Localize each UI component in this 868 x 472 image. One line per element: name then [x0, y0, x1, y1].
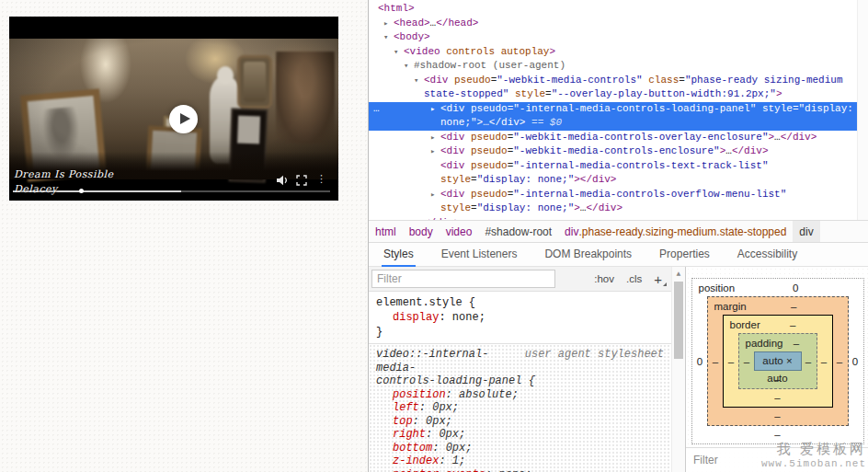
breadcrumb-item[interactable]: html	[369, 221, 403, 242]
breadcrumb-part: #shadow-root	[485, 225, 552, 238]
tab-styles[interactable]: Styles	[383, 243, 414, 267]
code-token: autoplay	[495, 46, 549, 57]
code-token: </div>	[489, 117, 526, 128]
css-property-name: left	[393, 401, 419, 414]
css-property: z-index: 1;	[376, 455, 664, 468]
computed-filter-input[interactable]	[693, 454, 776, 466]
tab-properties[interactable]: Properties	[659, 243, 710, 267]
code-token: <head>	[394, 17, 430, 29]
breadcrumb-item[interactable]: video	[440, 221, 479, 242]
dom-tree-row[interactable]: <html>	[369, 2, 857, 17]
rule-selector-line: video::-internal-media-user agent styles…	[376, 348, 664, 374]
collapse-arrow-icon[interactable]: ▾	[404, 60, 408, 75]
dom-tree-row[interactable]: ▸…<div pseudo="-internal-media-controls-…	[369, 102, 857, 131]
code-token: #shadow-root (user-agent)	[414, 60, 565, 71]
border-right-value: –	[817, 356, 831, 367]
expand-arrow-icon[interactable]: ▸	[383, 17, 388, 32]
breadcrumb-part: body	[409, 225, 433, 238]
fullscreen-button[interactable]	[296, 173, 309, 184]
dom-tree-row[interactable]: ▾<video controls autoplay>	[369, 45, 857, 60]
elements-tree-scrollbar[interactable]	[857, 0, 868, 220]
css-property-name: pointer-events	[393, 468, 485, 472]
expand-arrow-icon[interactable]: ▸	[430, 189, 435, 203]
dom-tree-row[interactable]: ▸<div pseudo="-internal-media-controls-o…	[369, 188, 857, 216]
code-token: "-internal-media-controls-text-track-lis…	[513, 160, 768, 171]
code-token: <body>	[394, 31, 430, 42]
css-property: right: 0px;	[376, 428, 664, 442]
scrollbar-thumb[interactable]	[674, 282, 683, 359]
box-model-position[interactable]: position 0 0 margin –	[691, 278, 864, 444]
dom-tree-row[interactable]: ▾<div pseudo="-webkit-media-controls" cl…	[369, 74, 857, 102]
code-token: controls	[440, 46, 495, 57]
css-property: position: absolute;	[376, 388, 664, 402]
code-token: <div	[440, 160, 464, 171]
code-token: …	[774, 132, 781, 143]
breadcrumb-item[interactable]: #shadow-root	[478, 221, 558, 242]
padding-right-value: –	[802, 356, 816, 367]
scroll-up-icon[interactable]: ▲	[672, 267, 685, 278]
volume-button[interactable]	[276, 173, 289, 184]
code-token: style	[508, 88, 545, 99]
stylesheet-origin: user agent stylesheet	[518, 348, 664, 374]
code-token: =	[471, 174, 477, 185]
styles-filter-input[interactable]	[371, 270, 555, 288]
collapse-arrow-icon[interactable]: ▾	[394, 46, 398, 61]
code-token: "-webkit-media-controls"	[497, 75, 642, 86]
box-model-diagram: position 0 0 margin –	[691, 278, 864, 444]
code-token: >	[776, 88, 782, 99]
position-bottom-value: –	[693, 426, 862, 443]
class-toggle-button[interactable]: .cls	[626, 273, 642, 284]
dom-tree-row[interactable]: ▾#shadow-root (user-agent)	[369, 59, 857, 74]
css-property-name: top	[393, 415, 413, 428]
video-player[interactable]: Dream Is Possible Delacey ⋮	[9, 17, 338, 201]
styles-scrollbar[interactable]: ▲	[671, 267, 685, 472]
expand-arrow-icon[interactable]: ▸	[430, 145, 435, 160]
code-token: "--overlay-play-button-width:91.2px;"	[552, 88, 776, 99]
play-icon	[180, 113, 190, 124]
collapse-arrow-icon[interactable]: ▾	[383, 31, 388, 46]
code-token: style	[756, 103, 793, 114]
code-token: "-webkit-media-controls-enclosure"	[513, 145, 719, 156]
overflow-menu-button[interactable]: ⋮	[316, 173, 326, 184]
box-model-margin[interactable]: margin – – border –	[707, 296, 849, 426]
collapse-arrow-icon[interactable]: ▾	[414, 75, 418, 89]
position-right-value: 0	[849, 356, 862, 367]
pseudo-state-button[interactable]: :hov	[594, 273, 614, 284]
dom-tree-row[interactable]: ▾<body>	[369, 30, 857, 45]
box-model-content[interactable]: auto × auto	[754, 351, 802, 371]
code-token: <div	[440, 132, 464, 143]
video-progress-bar[interactable]	[13, 190, 330, 192]
dom-tree-row[interactable]: <div pseudo="-internal-media-controls-te…	[369, 159, 857, 188]
border-left-value: –	[725, 356, 738, 367]
new-style-rule-button[interactable]: +	[654, 271, 666, 287]
dom-tree-row[interactable]: ▸<div pseudo="-webkit-media-controls-enc…	[369, 144, 857, 159]
box-model-border[interactable]: border – – paddin	[723, 315, 833, 408]
code-token: pseudo	[464, 132, 507, 143]
devtools-panel: <html>▸<head>…</head>▾<body>▾<video cont…	[368, 0, 868, 472]
box-model-padding[interactable]: padding – – auto × auto	[738, 333, 817, 389]
play-button[interactable]	[169, 105, 198, 133]
tab-dom-breakpoints[interactable]: DOM Breakpoints	[544, 243, 632, 267]
code-token: >	[574, 202, 580, 213]
css-property[interactable]: display: none;	[376, 310, 664, 325]
dom-tree-row[interactable]: ▸<head>…</head>	[369, 17, 857, 31]
rule-close-brace: }	[376, 325, 664, 340]
breadcrumb-item[interactable]: div	[793, 221, 819, 242]
styles-sidebar: :hov .cls + element.style {display: none…	[369, 267, 868, 472]
code-token: <html>	[378, 3, 415, 14]
breadcrumb-item[interactable]: div.phase-ready.sizing-medium.state-stop…	[558, 221, 793, 242]
expand-arrow-icon[interactable]: ▸	[430, 132, 435, 146]
progress-thumb[interactable]	[79, 189, 84, 193]
tab-event-listeners[interactable]: Event Listeners	[441, 243, 518, 267]
rule-selector[interactable]: element.style {	[376, 295, 664, 310]
code-token: </div>	[732, 145, 769, 156]
padding-label: padding	[746, 338, 783, 349]
tab-accessibility[interactable]: Accessibility	[737, 243, 797, 267]
row-menu-icon[interactable]: …	[373, 102, 381, 117]
element-style-rule: element.style {display: none;}	[369, 292, 671, 344]
expand-arrow-icon[interactable]: ▸	[430, 103, 435, 118]
breadcrumb-item[interactable]: body	[403, 221, 440, 242]
css-property: bottom: 0px;	[376, 442, 664, 455]
border-top-value: –	[760, 319, 826, 330]
dom-tree-row[interactable]: ▸<div pseudo="-webkit-media-controls-ove…	[369, 131, 857, 145]
